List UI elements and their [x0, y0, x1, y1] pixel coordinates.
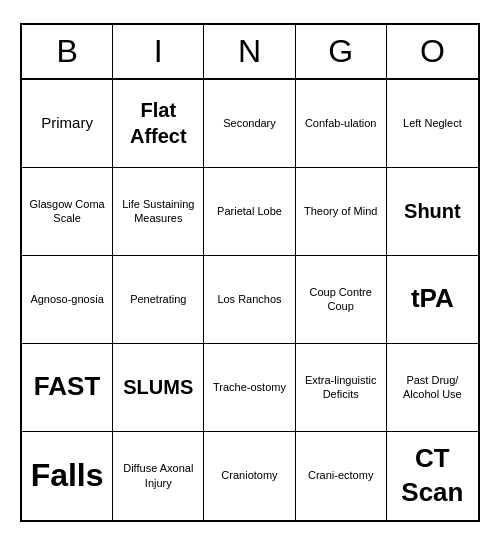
- header-letter-B: B: [22, 25, 113, 78]
- header-letter-O: O: [387, 25, 478, 78]
- bingo-cell-18: Extra-linguistic Deficits: [296, 344, 387, 432]
- bingo-cell-8: Theory of Mind: [296, 168, 387, 256]
- bingo-cell-7: Parietal Lobe: [204, 168, 295, 256]
- bingo-cell-16: SLUMS: [113, 344, 204, 432]
- bingo-cell-9: Shunt: [387, 168, 478, 256]
- bingo-cell-22: Craniotomy: [204, 432, 295, 520]
- header-letter-I: I: [113, 25, 204, 78]
- bingo-cell-23: Crani-ectomy: [296, 432, 387, 520]
- bingo-grid: PrimaryFlat AffectSecondaryConfab-ulatio…: [22, 80, 478, 520]
- bingo-cell-12: Los Ranchos: [204, 256, 295, 344]
- bingo-cell-24: CT Scan: [387, 432, 478, 520]
- bingo-cell-21: Diffuse Axonal Injury: [113, 432, 204, 520]
- bingo-cell-5: Glasgow Coma Scale: [22, 168, 113, 256]
- bingo-header: BINGO: [22, 25, 478, 80]
- bingo-cell-2: Secondary: [204, 80, 295, 168]
- bingo-cell-4: Left Neglect: [387, 80, 478, 168]
- bingo-cell-13: Coup Contre Coup: [296, 256, 387, 344]
- bingo-cell-1: Flat Affect: [113, 80, 204, 168]
- bingo-card: BINGO PrimaryFlat AffectSecondaryConfab-…: [20, 23, 480, 522]
- bingo-cell-10: Agnoso-gnosia: [22, 256, 113, 344]
- bingo-cell-19: Past Drug/ Alcohol Use: [387, 344, 478, 432]
- bingo-cell-6: Life Sustaining Measures: [113, 168, 204, 256]
- bingo-cell-20: Falls: [22, 432, 113, 520]
- bingo-cell-14: tPA: [387, 256, 478, 344]
- bingo-cell-3: Confab-ulation: [296, 80, 387, 168]
- bingo-cell-0: Primary: [22, 80, 113, 168]
- header-letter-G: G: [296, 25, 387, 78]
- bingo-cell-17: Trache-ostomy: [204, 344, 295, 432]
- bingo-cell-11: Penetrating: [113, 256, 204, 344]
- bingo-cell-15: FAST: [22, 344, 113, 432]
- header-letter-N: N: [204, 25, 295, 78]
